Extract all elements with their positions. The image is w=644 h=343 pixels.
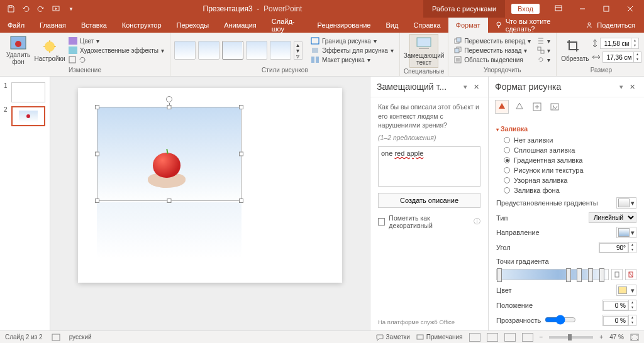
- spell-check-icon[interactable]: [52, 334, 60, 341]
- gradient-stop[interactable]: [599, 268, 604, 282]
- alt-text-button[interactable]: Замещающий текст: [409, 34, 438, 68]
- slide-indicator[interactable]: Слайд 2 из 2: [5, 334, 43, 340]
- resize-handle[interactable]: [95, 152, 99, 156]
- close-alt-pane[interactable]: ✕: [471, 83, 482, 91]
- fill-background-radio[interactable]: Заливка фона: [504, 185, 636, 195]
- corrections-button[interactable]: Настройки: [35, 38, 64, 63]
- remove-gradient-stop[interactable]: [625, 269, 636, 280]
- slide[interactable]: [78, 88, 342, 283]
- thumbnail-1[interactable]: 1: [0, 80, 50, 104]
- group-button[interactable]: ▾: [535, 46, 552, 55]
- resize-handle[interactable]: [239, 152, 243, 156]
- gradient-stop[interactable]: [588, 268, 593, 282]
- fill-line-tab[interactable]: [495, 100, 509, 114]
- tab-insert[interactable]: Вставка: [74, 18, 114, 33]
- tell-me-search[interactable]: Что вы хотите сделать?: [488, 18, 577, 33]
- gradient-stops-slider[interactable]: [496, 269, 609, 280]
- close-format-pane[interactable]: ✕: [627, 83, 638, 91]
- fill-pattern-radio[interactable]: Узорная заливка: [504, 175, 636, 185]
- zoom-level[interactable]: 47 %: [609, 334, 624, 340]
- minimize-icon[interactable]: [571, 0, 594, 18]
- gradient-type-select[interactable]: Линейный: [589, 212, 636, 223]
- align-button[interactable]: ▾: [535, 36, 552, 45]
- style-thumb[interactable]: [198, 41, 219, 60]
- gradient-direction-dropdown[interactable]: ▾: [616, 227, 636, 238]
- transparency-input[interactable]: ▴▾: [602, 315, 636, 326]
- fill-section-header[interactable]: Заливка: [496, 121, 636, 135]
- picture-styles-gallery[interactable]: ▴▾▿: [174, 41, 303, 60]
- picture-tab[interactable]: [548, 100, 562, 114]
- generate-description-button[interactable]: Создать описание: [378, 193, 480, 208]
- ribbon-options-icon[interactable]: [547, 0, 570, 18]
- start-slideshow-icon[interactable]: [50, 3, 62, 14]
- info-icon[interactable]: ⓘ: [474, 217, 480, 226]
- normal-view-button[interactable]: [469, 333, 480, 342]
- style-thumb[interactable]: [270, 41, 291, 60]
- resize-handle[interactable]: [167, 105, 172, 109]
- close-icon[interactable]: [619, 0, 641, 18]
- fill-solid-radio[interactable]: Сплошная заливка: [504, 145, 636, 155]
- reading-view-button[interactable]: [504, 333, 516, 342]
- effects-tab[interactable]: [513, 100, 526, 114]
- gradient-stop[interactable]: [577, 268, 582, 282]
- tab-file[interactable]: Файл: [0, 18, 32, 33]
- color-button[interactable]: Цвет ▾: [67, 36, 166, 45]
- qat-customize-icon[interactable]: ▼: [65, 3, 77, 14]
- maximize-icon[interactable]: [595, 0, 618, 18]
- tab-transitions[interactable]: Переходы: [169, 18, 217, 33]
- zoom-out-button[interactable]: −: [540, 334, 543, 340]
- bring-forward-button[interactable]: Переместить вперед ▾: [452, 36, 533, 45]
- add-gradient-stop[interactable]: [611, 269, 623, 280]
- style-thumb[interactable]: [246, 41, 267, 60]
- tab-home[interactable]: Главная: [32, 18, 74, 33]
- resize-handle[interactable]: [95, 105, 99, 109]
- transparency-slider[interactable]: [545, 315, 576, 325]
- preset-gradients-dropdown[interactable]: ▾: [616, 197, 636, 209]
- share-button[interactable]: Поделиться: [577, 18, 644, 33]
- tab-review[interactable]: Рецензирование: [310, 18, 379, 33]
- style-thumb[interactable]: [174, 41, 196, 60]
- selected-picture[interactable]: [97, 107, 242, 201]
- angle-input[interactable]: ▴▾: [599, 242, 636, 253]
- mark-decorative-checkbox[interactable]: Пометить как декоративный ⓘ: [378, 214, 480, 229]
- gradient-stop[interactable]: [497, 268, 502, 282]
- save-icon[interactable]: [5, 3, 16, 14]
- fill-picture-radio[interactable]: Рисунок или текстура: [504, 165, 636, 175]
- thumbnail-2[interactable]: 2: [0, 104, 50, 128]
- zoom-in-button[interactable]: +: [599, 334, 603, 340]
- alt-text-input[interactable]: one red apple: [378, 146, 480, 187]
- slideshow-view-button[interactable]: [522, 333, 533, 342]
- pane-menu-icon[interactable]: ▾: [619, 83, 623, 91]
- resize-handle[interactable]: [167, 199, 172, 203]
- picture-effects-button[interactable]: Эффекты для рисунка ▾: [309, 46, 396, 55]
- redo-icon[interactable]: [35, 3, 47, 14]
- send-backward-button[interactable]: Переместить назад ▾: [452, 46, 533, 55]
- tab-slideshow[interactable]: Слайд-шоу: [264, 18, 310, 33]
- style-thumb[interactable]: [222, 41, 243, 60]
- zoom-slider[interactable]: [549, 336, 593, 339]
- width-input[interactable]: ▴▾: [602, 52, 641, 63]
- gradient-stop[interactable]: [566, 268, 571, 282]
- selection-pane-button[interactable]: Область выделения: [452, 55, 533, 64]
- fit-to-window-button[interactable]: [630, 334, 639, 341]
- resize-handle[interactable]: [95, 199, 99, 203]
- tab-help[interactable]: Справка: [406, 18, 448, 33]
- language-indicator[interactable]: русский: [69, 334, 92, 340]
- position-input[interactable]: ▴▾: [602, 300, 636, 311]
- login-button[interactable]: Вход: [511, 4, 540, 14]
- tab-design[interactable]: Конструктор: [114, 18, 169, 33]
- compress-reset-row[interactable]: [67, 55, 166, 64]
- pane-menu-icon[interactable]: ▾: [464, 83, 467, 91]
- resize-handle[interactable]: [239, 199, 243, 203]
- stop-color-dropdown[interactable]: ▾: [616, 285, 636, 296]
- comments-button[interactable]: Примечания: [416, 334, 463, 340]
- undo-icon[interactable]: [20, 3, 31, 14]
- rotate-button[interactable]: ▾: [535, 55, 552, 64]
- gallery-scroll[interactable]: ▴▾▿: [294, 41, 303, 60]
- sorter-view-button[interactable]: [487, 333, 498, 342]
- size-tab[interactable]: [530, 100, 544, 114]
- tab-animations[interactable]: Анимация: [216, 18, 264, 33]
- picture-border-button[interactable]: Граница рисунка ▾: [309, 36, 396, 45]
- slide-canvas[interactable]: [50, 77, 370, 330]
- fill-gradient-radio[interactable]: Градиентная заливка: [504, 155, 636, 165]
